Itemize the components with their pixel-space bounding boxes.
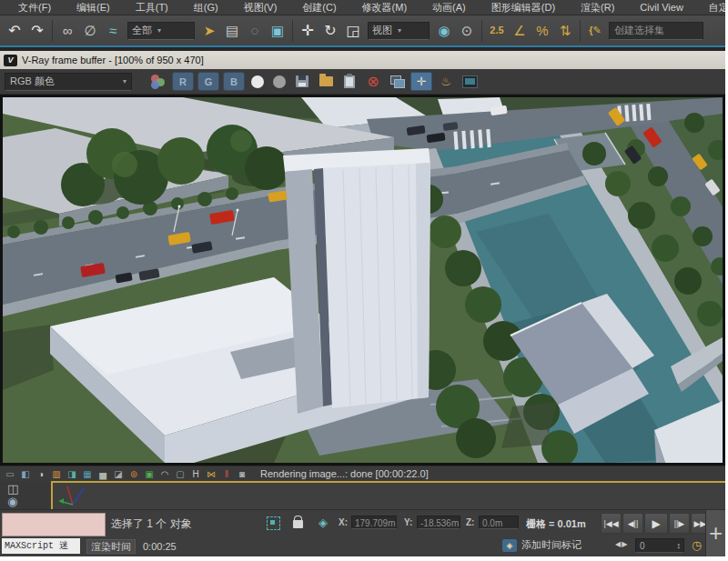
- current-frame-field[interactable]: 0 ▴ ▾: [635, 538, 684, 553]
- select-and-scale-icon[interactable]: ◲: [342, 19, 364, 43]
- percent-snap-icon[interactable]: %: [531, 19, 553, 43]
- color-balance-icon[interactable]: ▦: [81, 468, 94, 480]
- compare-vertical-icon[interactable]: ‖: [220, 468, 233, 480]
- play-button[interactable]: ▶: [644, 513, 668, 534]
- snaps-toggle-icon[interactable]: 2.5: [486, 19, 508, 43]
- white-balance-icon[interactable]: ▥: [50, 468, 63, 480]
- clear-image-icon[interactable]: ⊗: [363, 73, 383, 90]
- select-and-rotate-icon[interactable]: ↻: [319, 19, 341, 43]
- vfb-channel-dropdown[interactable]: RGB 颜色 ▾: [5, 73, 132, 91]
- menu-item-group[interactable]: 组(G): [181, 0, 231, 15]
- undo-icon[interactable]: ↶: [4, 19, 25, 43]
- current-frame-value: 0: [640, 541, 645, 551]
- vfb-titlebar[interactable]: V V-Ray frame buffer - [100% of 950 x 47…: [0, 51, 725, 69]
- viewport-tab-icon[interactable]: ◫: [7, 482, 18, 496]
- icc-icon[interactable]: ▢: [174, 468, 187, 480]
- track-mouse-icon[interactable]: ✛: [410, 72, 432, 91]
- selection-lock-icon[interactable]: [293, 520, 303, 528]
- z-coord-label: Z:: [466, 517, 474, 527]
- spinner-snap-icon[interactable]: ⇅: [554, 19, 576, 43]
- next-frame-button[interactable]: ||▶: [669, 513, 690, 534]
- menu-item-customize[interactable]: 自定义(U): [696, 0, 725, 15]
- absolute-mode-icon[interactable]: ◈: [318, 516, 328, 529]
- viewport-nav-plus-icon[interactable]: +: [705, 510, 725, 556]
- world-axis-tripod: [55, 483, 95, 509]
- viewport-background[interactable]: [53, 483, 725, 509]
- frame-spinner[interactable]: ▴ ▾: [677, 542, 680, 549]
- pixel-info-icon[interactable]: ◙: [236, 468, 248, 480]
- menu-item-tools[interactable]: 工具(T): [123, 0, 181, 15]
- rectangular-selection-icon[interactable]: ◌: [244, 19, 266, 43]
- toolbar-separator: [292, 20, 293, 42]
- alpha-channel-icon[interactable]: [251, 75, 264, 88]
- key-mode-toggle[interactable]: ◀▶: [615, 540, 628, 548]
- selection-region-icon[interactable]: [267, 516, 280, 530]
- blue-channel-button[interactable]: B: [223, 72, 245, 91]
- menu-item-modifiers[interactable]: 修改器(M): [349, 0, 420, 15]
- add-time-tag-label: 添加时间标记: [521, 538, 581, 552]
- settings-icon[interactable]: ⊛: [127, 468, 140, 480]
- vfb-render-canvas[interactable]: [0, 95, 725, 466]
- time-configuration-icon[interactable]: ◷: [692, 538, 702, 552]
- rgb-channels-icon[interactable]: [148, 74, 168, 90]
- menu-item-civil-view[interactable]: Civil View: [627, 0, 695, 15]
- maxscript-mini-listener[interactable]: [2, 513, 106, 536]
- select-and-manipulate-icon[interactable]: ⊙: [456, 19, 478, 43]
- angle-snap-icon[interactable]: ∠: [509, 19, 531, 43]
- menu-item-rendering[interactable]: 渲染(R): [568, 0, 627, 15]
- show-corrections-icon[interactable]: ◧: [19, 468, 32, 480]
- go-to-start-button[interactable]: |◀◀: [601, 513, 622, 534]
- save-image-icon[interactable]: [292, 73, 312, 90]
- edit-named-selection-sets-icon[interactable]: {✎: [584, 19, 606, 43]
- load-image-icon[interactable]: [316, 73, 336, 90]
- curve-icon[interactable]: ◠: [158, 468, 171, 480]
- srgb-icon[interactable]: ▣: [143, 468, 156, 480]
- unlink-icon[interactable]: ∅: [79, 19, 101, 43]
- levels-icon[interactable]: ▅: [96, 468, 109, 480]
- menu-item-file[interactable]: 文件(F): [5, 0, 64, 15]
- show-last-vfb-icon[interactable]: [460, 73, 480, 90]
- add-time-tag[interactable]: ◈ 添加时间标记: [502, 538, 581, 552]
- toolbar-separator: [481, 20, 482, 42]
- monochrome-icon[interactable]: [273, 75, 286, 88]
- select-object-icon[interactable]: ➤: [198, 19, 220, 43]
- duplicate-framebuffer-icon[interactable]: [387, 73, 407, 90]
- select-and-move-icon[interactable]: ✛: [297, 19, 318, 43]
- toolbar-separator: [580, 20, 581, 42]
- named-selection-set-field[interactable]: 创建选择集: [609, 22, 703, 40]
- vfb-toolbar: RGB 颜色 ▾ R G B ⊗ ✛ ♨: [0, 69, 725, 95]
- select-by-name-icon[interactable]: ▤: [221, 19, 243, 43]
- render-teapot-icon[interactable]: ♨: [436, 73, 456, 90]
- menu-item-animation[interactable]: 动画(A): [420, 0, 479, 15]
- scene-sphere-icon[interactable]: ◉: [7, 495, 17, 508]
- use-pivot-center-icon[interactable]: ◉: [433, 19, 455, 43]
- window-crossing-icon[interactable]: ▣: [267, 19, 288, 43]
- render-image: [3, 97, 723, 463]
- force-clamp-icon[interactable]: H: [189, 468, 202, 480]
- spinner-down-icon[interactable]: ▾: [677, 546, 680, 549]
- red-channel-button[interactable]: R: [172, 72, 194, 91]
- hue-saturation-icon[interactable]: ◨: [66, 468, 78, 480]
- maxscript-listener-tab[interactable]: MAXScript 迷: [2, 538, 80, 554]
- menu-item-edit[interactable]: 编辑(E): [64, 0, 123, 15]
- z-coord-field[interactable]: 0.0m: [479, 516, 519, 529]
- previous-frame-button[interactable]: ◀||: [622, 513, 643, 534]
- green-channel-button[interactable]: G: [197, 72, 219, 91]
- menu-item-graph-editors[interactable]: 图形编辑器(D): [479, 0, 568, 15]
- link-icon[interactable]: ∞: [56, 19, 78, 43]
- bind-to-space-warp-icon[interactable]: ≈: [102, 19, 124, 43]
- vfb-channel-value: RGB 颜色: [10, 75, 55, 88]
- menu-item-views[interactable]: 视图(V): [231, 0, 290, 15]
- exposure-icon[interactable]: ◑: [35, 468, 47, 480]
- selection-filter-dropdown[interactable]: 全部 ▾: [127, 22, 195, 40]
- y-coord-field[interactable]: -18.536m: [417, 516, 460, 529]
- curve-editor-icon[interactable]: ◪: [112, 468, 125, 480]
- menu-item-create[interactable]: 创建(C): [289, 0, 349, 15]
- redo-icon[interactable]: ↷: [26, 19, 48, 43]
- x-coord-field[interactable]: 179.709m: [351, 516, 397, 529]
- copy-to-clipboard-icon[interactable]: [339, 73, 359, 90]
- compare-horizontal-icon[interactable]: ⋈: [205, 468, 217, 480]
- reference-coordinate-dropdown[interactable]: 视图 ▾: [368, 22, 430, 40]
- stamp-icon[interactable]: ▭: [4, 468, 16, 480]
- render-time-value: 0:00:25: [143, 541, 177, 552]
